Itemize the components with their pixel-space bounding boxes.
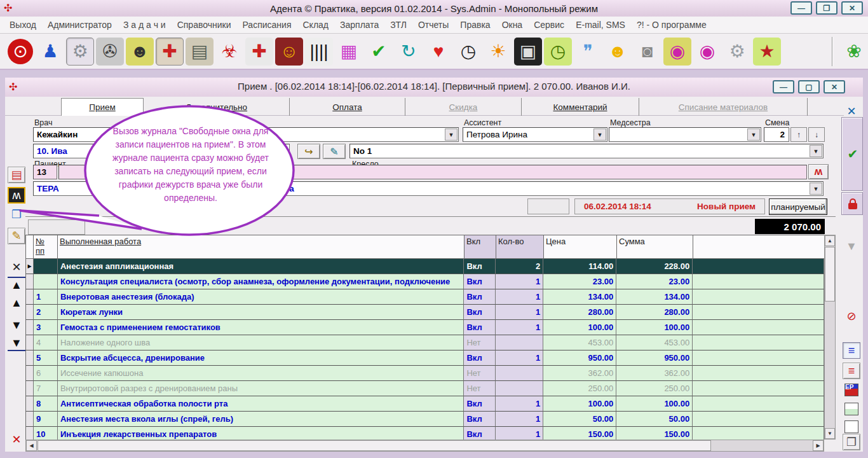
tab-списание-материалов[interactable]: Списание материалов — [639, 98, 808, 116]
assistant-combo[interactable]: Петрова Ирина — [463, 127, 607, 142]
calendar-sun-icon[interactable]: ☀ — [484, 38, 512, 66]
chair-combo[interactable]: No 1 — [349, 144, 824, 158]
move-first-icon[interactable]: ▲ — [8, 277, 25, 293]
cell-qty[interactable]: 1 — [496, 274, 543, 289]
menu-item-з-а-д-а-ч-и[interactable]: З а д а ч и — [118, 20, 172, 30]
restore-button[interactable]: ▢ — [798, 80, 820, 94]
work-row[interactable]: 3Гемостаз с применением гемостатиковВкл1… — [26, 320, 824, 335]
view-blue-list-icon[interactable]: ≡ — [843, 342, 860, 359]
cell-work[interactable]: Анестезия места вкола иглы (спрей, гель) — [58, 412, 464, 427]
cell-work[interactable]: Вскрытие абсцесса, дренирование — [58, 350, 464, 366]
vertical-scroll-thumb[interactable] — [825, 247, 835, 302]
work-row[interactable]: 8Антисептическая обработка полости ртаВк… — [26, 396, 824, 412]
header-work[interactable]: Выполненная работа — [58, 235, 465, 258]
work-row[interactable]: 4Наложение одного шваНет453.00453.00 — [26, 335, 824, 350]
books-icon[interactable]: ▤ — [186, 38, 214, 66]
tab-оплата[interactable]: Оплата — [290, 98, 405, 116]
apply-check-icon[interactable]: ✔ — [844, 146, 862, 162]
biohazard-icon[interactable]: ☣ — [215, 38, 243, 66]
cell-incl[interactable]: Вкл — [464, 320, 496, 335]
image-eye-icon[interactable]: ◉ — [663, 38, 691, 66]
header-sum[interactable]: Сумма — [617, 235, 693, 258]
calendar-refresh-icon[interactable]: ↻ — [395, 38, 423, 66]
smiley-icon[interactable]: ☻ — [604, 38, 632, 66]
work-row[interactable]: 10Инъекция лекарственных препаратовВкл11… — [26, 427, 824, 440]
cell-incl[interactable]: Вкл — [464, 259, 496, 274]
cell-work[interactable]: Анестезия аппликационная — [58, 259, 464, 274]
work-row[interactable]: 1Внеротовая анестезия (блокада)Вкл1134.0… — [26, 289, 824, 305]
menu-item-окна[interactable]: Окна — [496, 20, 529, 30]
camera-icon[interactable]: ◙ — [634, 38, 661, 66]
delete-row-icon[interactable]: ✕ — [8, 259, 25, 275]
cell-incl[interactable]: Вкл — [464, 396, 496, 412]
cell-qty[interactable]: 1 — [496, 427, 543, 440]
menu-item-отчеты[interactable]: Отчеты — [412, 20, 454, 30]
nurse-combo[interactable] — [609, 127, 761, 142]
cell-qty[interactable]: 1 — [496, 305, 543, 320]
tab-скидка[interactable]: Скидка — [405, 98, 522, 116]
cell-incl[interactable]: Вкл — [464, 274, 496, 289]
menu-item-зтл[interactable]: ЗТЛ — [384, 20, 412, 30]
cell-work[interactable]: Иссечение капюшона — [58, 366, 464, 381]
cell-qty[interactable]: 1 — [496, 412, 543, 427]
shift-up-button[interactable]: ↑ — [790, 127, 807, 142]
work-row[interactable]: 2Кюретаж лункиВкл1280.00280.00 — [26, 305, 824, 320]
tab-дополнительно[interactable]: Дополнительно — [144, 98, 290, 116]
lock-icon[interactable] — [844, 195, 862, 212]
menu-item-склад[interactable]: Склад — [297, 20, 334, 30]
settings-tools-icon[interactable]: ⚙ — [66, 38, 94, 66]
cell-work[interactable]: Внеротовая анестезия (блокада) — [58, 289, 464, 305]
calendar-heart-icon[interactable]: ♥ — [424, 38, 452, 66]
work-row[interactable]: Консультация специалиста (осмотр, сбор а… — [26, 274, 824, 289]
cell-work[interactable]: Внутриротовой разрез с дренированием ран… — [58, 381, 464, 396]
alarm-star-icon[interactable]: ★ — [753, 38, 781, 66]
menu-item-выход[interactable]: Выход — [4, 20, 42, 30]
cell-incl[interactable]: Вкл — [464, 289, 496, 305]
cell-incl[interactable]: Вкл — [464, 305, 496, 320]
barcode-icon[interactable]: |||| — [305, 38, 333, 66]
menu-item-зарплата[interactable]: Зарплата — [334, 20, 384, 30]
work-row[interactable]: 6Иссечение капюшонаНет362.00362.00 — [26, 366, 824, 381]
free-windows-journal-icon[interactable]: ❐ — [8, 206, 25, 223]
cell-incl[interactable]: Вкл — [464, 427, 496, 440]
cell-qty[interactable]: 1 — [496, 350, 543, 366]
menu-item-администратор[interactable]: Администратор — [42, 20, 118, 30]
color-chart-icon[interactable]: ▤ — [8, 167, 25, 183]
icq-flower-icon[interactable]: ❀ — [840, 38, 868, 66]
photo-smiley-icon[interactable]: ☺ — [275, 38, 303, 66]
eye-icon[interactable]: ◉ — [693, 38, 721, 66]
move-up-icon[interactable]: ▲ — [8, 295, 25, 311]
restore-button[interactable]: ❐ — [816, 1, 837, 15]
move-down-icon[interactable]: ▼ — [8, 317, 25, 333]
tab-комментарий[interactable]: Комментарий — [522, 98, 639, 116]
menu-item-e-mail-sms[interactable]: E-mail, SMS — [570, 20, 631, 30]
finder-face-icon[interactable]: ☻ — [126, 38, 154, 66]
header-qty[interactable]: Кол-во — [496, 235, 544, 258]
cell-qty[interactable]: 1 — [496, 396, 543, 412]
split-view-icon[interactable] — [843, 401, 860, 417]
close-button[interactable]: ✕ — [841, 1, 863, 15]
work-row[interactable]: 9Анестезия места вкола иглы (спрей, гель… — [26, 412, 824, 427]
cell-qty[interactable]: 1 — [496, 289, 543, 305]
menu-item--о-программе[interactable]: ?! - О программе — [631, 20, 712, 30]
scroll-up-icon[interactable]: ▲ — [825, 235, 835, 246]
menu-item-справочники[interactable]: Справочники — [172, 20, 237, 30]
power-icon[interactable]: ⊙ — [8, 39, 33, 64]
cell-work[interactable]: Кюретаж лунки — [58, 305, 464, 320]
users-icon[interactable]: ♟ — [36, 38, 64, 66]
calendar-clock-icon[interactable]: ◷ — [454, 38, 482, 66]
patient-journal-button[interactable]: ↪ — [297, 144, 320, 159]
cell-work[interactable]: Консультация специалиста (осмотр, сбор а… — [58, 274, 464, 289]
view-red-list-icon[interactable]: ≡ — [843, 363, 860, 379]
cancel-icon[interactable]: ✕ — [8, 431, 25, 448]
cell-incl[interactable]: Нет — [464, 366, 496, 381]
chevron-down-icon[interactable] — [445, 128, 458, 141]
shift-down-button[interactable]: ↓ — [808, 127, 825, 142]
move-last-icon[interactable]: ▼ — [8, 335, 25, 351]
tab-прием[interactable]: Прием — [61, 98, 144, 116]
menu-item-расписания[interactable]: Расписания — [237, 20, 297, 30]
chevron-down-icon[interactable] — [810, 183, 822, 195]
planned-button[interactable]: планируемый — [769, 198, 827, 215]
video-archive-icon[interactable]: ✇ — [96, 38, 124, 66]
shift-field[interactable]: 2 — [764, 127, 789, 142]
